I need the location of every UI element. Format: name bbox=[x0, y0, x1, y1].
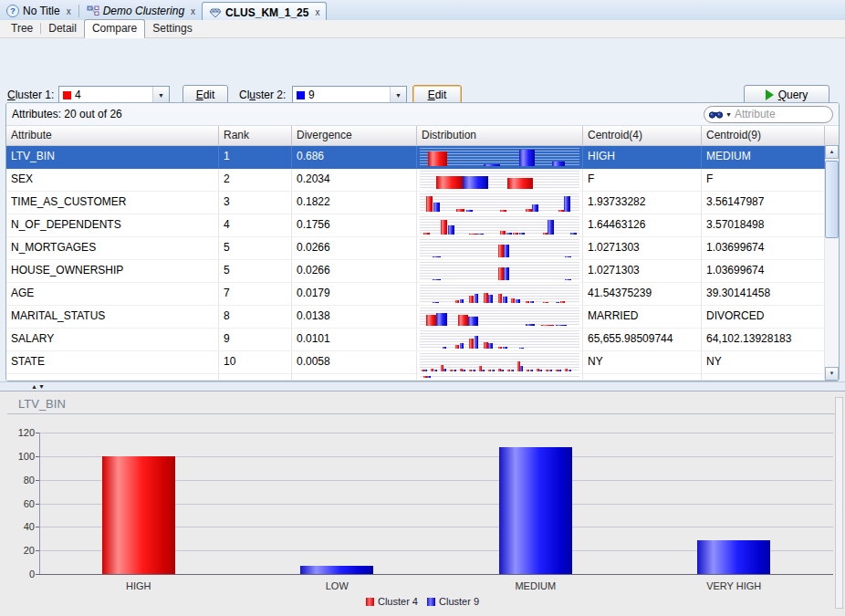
doc-tab-demo-clustering[interactable]: Demo Clusteringx bbox=[80, 2, 202, 20]
cell-centroid-9-: 3.56147987 bbox=[702, 192, 825, 214]
cell-attribute: SALARY bbox=[6, 329, 219, 351]
chevron-down-icon[interactable]: ▼ bbox=[390, 87, 406, 103]
cell-divergence: 0.0266 bbox=[292, 237, 417, 260]
table-row-salary[interactable]: SALARY90.010165,655.9850974464,102.13928… bbox=[6, 329, 839, 351]
mini-bar bbox=[460, 299, 464, 303]
cell-attribute: AGE bbox=[6, 283, 219, 306]
y-gridline bbox=[39, 574, 833, 575]
column-header-distribution[interactable]: Distribution bbox=[417, 126, 583, 145]
mini-bar bbox=[426, 315, 436, 326]
cell-centroid-9-: 64,102.13928183 bbox=[702, 329, 825, 351]
cell-centroid-9-: 1.03699674 bbox=[702, 237, 825, 260]
table-row-credit-card-limits[interactable]: CREDIT_CARD_LIMITS110.00401,342.52310953… bbox=[6, 374, 839, 381]
table-row-age[interactable]: AGE70.017941.5437523939.30141458 bbox=[6, 283, 839, 306]
distribution-cell bbox=[417, 374, 583, 381]
mini-bar bbox=[539, 370, 542, 371]
mini-bar bbox=[565, 256, 571, 257]
mini-bar bbox=[434, 370, 437, 371]
mini-bar bbox=[549, 370, 552, 371]
table-row-marital-status[interactable]: MARITAL_STATUS80.0138MARRIEDDIVORCED bbox=[6, 306, 839, 329]
distribution-cell bbox=[417, 169, 583, 192]
close-icon[interactable]: x bbox=[67, 6, 71, 16]
table-row-time-as-customer[interactable]: TIME_AS_CUSTOMER30.18221.937332823.56147… bbox=[6, 192, 839, 214]
cell-attribute: N_OF_DEPENDENTS bbox=[6, 214, 219, 237]
mini-bar bbox=[424, 370, 427, 371]
doc-tab-label: Demo Clustering bbox=[103, 5, 184, 17]
mini-bar bbox=[455, 300, 460, 303]
tab-tree[interactable]: Tree bbox=[4, 20, 40, 37]
table-row-house-ownership[interactable]: HOUSE_OWNERSHIP50.02661.02713031.0369967… bbox=[6, 260, 839, 283]
chart-bar-low-cluster-9 bbox=[300, 566, 373, 574]
distribution-cell bbox=[417, 237, 583, 260]
tab-compare[interactable]: Compare bbox=[84, 19, 145, 38]
cell-centroid-9-: MEDIUM bbox=[702, 146, 825, 169]
compare-toolbar: Cluster 1: 4 ▼ Edit Cluster 2: 9 ▼ Edit … bbox=[0, 38, 845, 102]
close-icon[interactable]: x bbox=[191, 6, 195, 16]
search-options-caret-icon[interactable]: ▼ bbox=[725, 111, 732, 118]
distribution-cell bbox=[417, 283, 583, 306]
cluster2-dropdown[interactable]: 9 ▼ bbox=[292, 86, 407, 104]
mini-bar bbox=[503, 297, 507, 303]
distribution-mini-chart bbox=[420, 376, 579, 378]
cell-centroid-9-: 1,357.73114525 bbox=[702, 374, 825, 381]
chart-scrollbar bbox=[835, 397, 843, 609]
cluster1-value: 4 bbox=[75, 89, 152, 101]
distribution-cell bbox=[417, 306, 583, 329]
legend-swatch bbox=[366, 598, 374, 606]
distribution-cell bbox=[417, 192, 583, 214]
table-row-n-of-dependents[interactable]: N_OF_DEPENDENTS40.17561.644631263.570184… bbox=[6, 214, 839, 237]
mini-bar bbox=[564, 196, 570, 212]
splitter-collapse-icons[interactable]: ▲▼ bbox=[31, 383, 46, 390]
mini-bar bbox=[552, 162, 565, 166]
mini-bar bbox=[443, 347, 447, 349]
scrollbar-thumb[interactable] bbox=[825, 161, 839, 238]
scroll-up-icon[interactable]: ▲ bbox=[825, 145, 839, 159]
doc-tab-no-title[interactable]: ?No Titlex bbox=[0, 2, 78, 20]
mini-bar bbox=[543, 302, 548, 303]
cell-rank: 4 bbox=[219, 214, 292, 237]
close-icon[interactable]: x bbox=[315, 7, 319, 17]
tab-settings[interactable]: Settings bbox=[145, 20, 199, 37]
legend-label: Cluster 9 bbox=[439, 596, 479, 607]
table-row-ltv-bin[interactable]: LTV_BIN10.686HIGHMEDIUM bbox=[6, 146, 839, 169]
cluster2-label: Cluster 2: bbox=[239, 89, 286, 101]
attribute-search-input[interactable]: ▼ Attribute bbox=[704, 106, 833, 123]
column-header-rank[interactable]: Rank bbox=[219, 126, 292, 145]
legend-swatch bbox=[427, 598, 435, 606]
mini-bar bbox=[548, 220, 554, 235]
view-tab-bar: TreeDetailCompareSettings bbox=[0, 20, 845, 38]
column-header-centroid-9-[interactable]: Centroid(9) bbox=[702, 126, 825, 145]
cell-rank: 10 bbox=[219, 351, 292, 374]
distribution-mini-chart bbox=[420, 353, 579, 371]
cluster1-color-swatch bbox=[63, 91, 71, 99]
cell-centroid-4-: 1.93733282 bbox=[583, 192, 702, 214]
y-tick-label: 60 bbox=[7, 498, 35, 509]
mini-bar bbox=[463, 176, 488, 189]
scroll-down-icon[interactable]: ▼ bbox=[825, 367, 839, 381]
mini-bar bbox=[492, 370, 495, 371]
cell-centroid-9-: DIVORCED bbox=[702, 306, 825, 329]
cell-rank: 11 bbox=[219, 374, 292, 381]
cell-divergence: 0.2034 bbox=[292, 169, 417, 192]
mini-bar bbox=[513, 233, 517, 235]
column-header-divergence[interactable]: Divergence bbox=[292, 126, 417, 145]
table-row-sex[interactable]: SEX20.2034FF bbox=[6, 169, 839, 192]
doc-tab-clus-km-1-25[interactable]: CLUS_KM_1_25x bbox=[202, 2, 327, 22]
distribution-cell bbox=[417, 351, 583, 374]
mini-bar bbox=[488, 343, 493, 349]
mini-bar bbox=[475, 294, 479, 303]
table-scrollbar[interactable]: ▲ ▼ bbox=[825, 145, 839, 381]
mini-bar bbox=[570, 233, 577, 235]
table-row-n-mortgages[interactable]: N_MORTGAGES50.02661.02713031.03699674 bbox=[6, 237, 839, 260]
column-header-attribute[interactable]: Attribute bbox=[6, 126, 219, 145]
chevron-down-icon[interactable]: ▼ bbox=[152, 87, 169, 103]
tab-detail[interactable]: Detail bbox=[41, 20, 84, 37]
column-header-centroid-4-[interactable]: Centroid(4) bbox=[583, 126, 702, 145]
distribution-mini-chart bbox=[420, 148, 579, 166]
distribution-cell bbox=[417, 146, 583, 169]
mini-bar bbox=[507, 178, 533, 189]
cluster1-dropdown[interactable]: 4 ▼ bbox=[58, 86, 170, 104]
binoculars-icon bbox=[709, 110, 723, 119]
table-row-state[interactable]: STATE100.0058NYNY bbox=[6, 351, 839, 374]
chart-bar-medium-cluster-9 bbox=[499, 447, 572, 575]
